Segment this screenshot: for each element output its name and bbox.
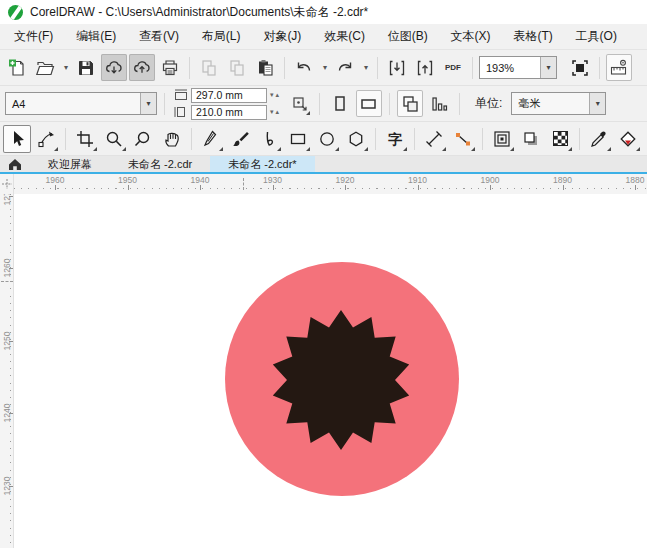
- publish-pdf-button[interactable]: PDF: [440, 54, 466, 81]
- ruler-tick: [490, 185, 491, 190]
- zoom-level-combobox[interactable]: 193% ▾: [479, 56, 557, 79]
- landscape-button[interactable]: [356, 90, 382, 117]
- separator: [389, 93, 390, 115]
- drawing-canvas[interactable]: [14, 194, 647, 548]
- interactive-fill-tool[interactable]: [614, 125, 642, 153]
- redo-dropdown-icon[interactable]: ▾: [361, 63, 371, 72]
- menu-item-tools[interactable]: 工具(O): [572, 26, 621, 47]
- save-button[interactable]: [73, 54, 99, 81]
- separator: [599, 57, 600, 79]
- menu-item-table[interactable]: 表格(T): [509, 26, 556, 47]
- drop-shadow-tool[interactable]: [517, 125, 545, 153]
- open-folder-icon: [35, 58, 55, 78]
- menu-item-text[interactable]: 文本(X): [447, 26, 495, 47]
- document-body: 12701260125012401230: [0, 194, 647, 548]
- menu-item-layout[interactable]: 布局(L): [198, 26, 245, 47]
- ruler-label: 1920: [336, 175, 355, 185]
- dimension-tool[interactable]: [420, 125, 448, 153]
- paste-button[interactable]: [252, 54, 278, 81]
- crop-icon: [75, 129, 95, 149]
- import-button[interactable]: [384, 54, 410, 81]
- tab-document-1[interactable]: 未命名 -2.cdr: [110, 156, 210, 172]
- page-width-spinners[interactable]: ▾▴: [270, 91, 281, 99]
- ruler-label: 1910: [408, 175, 427, 185]
- apply-to-all-pages-button[interactable]: [397, 90, 423, 117]
- page-size-combobox[interactable]: A4 ▾: [5, 92, 157, 115]
- crop-tool[interactable]: [71, 125, 99, 153]
- home-tab[interactable]: [0, 156, 30, 172]
- paste-icon: [255, 58, 275, 78]
- cloud-upload-button[interactable]: [129, 54, 155, 81]
- menu-item-bitmaps[interactable]: 位图(B): [384, 26, 432, 47]
- shape-icon: [36, 129, 56, 149]
- menu-item-edit[interactable]: 编辑(E): [72, 26, 120, 47]
- b-spline-tool[interactable]: [255, 125, 283, 153]
- page-height-spinners[interactable]: ▾▴: [270, 108, 281, 116]
- pick-tool[interactable]: [3, 125, 31, 153]
- pan-tool[interactable]: [158, 125, 186, 153]
- vertical-ruler[interactable]: 12701260125012401230: [0, 194, 14, 548]
- connector-tool[interactable]: [449, 125, 477, 153]
- page-height-input[interactable]: 210.0 mm: [191, 105, 267, 120]
- undo-icon: [294, 58, 314, 78]
- contour-tool[interactable]: [488, 125, 516, 153]
- polygon-tool[interactable]: [342, 125, 370, 153]
- document-tab-bar: 欢迎屏幕 未命名 -2.cdr 未命名 -2.cdr*: [0, 156, 647, 174]
- shape-tool[interactable]: [32, 125, 60, 153]
- new-document-icon: [7, 58, 27, 78]
- ruler-tick: [9, 268, 13, 269]
- undo-dropdown-icon[interactable]: ▾: [320, 63, 330, 72]
- redo-button[interactable]: [332, 54, 358, 81]
- page-width-input[interactable]: 297.0 mm: [191, 88, 267, 103]
- rectangle-tool[interactable]: [284, 125, 312, 153]
- transparency-tool[interactable]: [546, 125, 574, 153]
- nudge-offset-button[interactable]: [286, 90, 312, 117]
- ellipse-icon: [317, 129, 337, 149]
- tab-welcome-screen[interactable]: 欢迎屏幕: [30, 156, 110, 172]
- portrait-button[interactable]: [327, 90, 353, 117]
- export-icon: [415, 58, 435, 78]
- redo-icon: [335, 58, 355, 78]
- smart-fill-tool[interactable]: [643, 125, 647, 153]
- chevron-down-icon[interactable]: ▾: [589, 93, 605, 114]
- horizontal-ruler[interactable]: 196019501940193019201910190018901880: [14, 174, 647, 194]
- ruler-label: 1900: [481, 175, 500, 185]
- apply-to-current-page-button[interactable]: [426, 90, 452, 117]
- units-value: 毫米: [512, 96, 589, 111]
- export-button[interactable]: [412, 54, 438, 81]
- pen-icon: [201, 129, 221, 149]
- color-eyedropper-tool[interactable]: [585, 125, 613, 153]
- show-rulers-button[interactable]: [606, 54, 632, 81]
- hand-icon: [162, 129, 182, 149]
- ruler-origin-icon[interactable]: [0, 174, 14, 194]
- menu-item-view[interactable]: 查看(V): [135, 26, 183, 47]
- units-combobox[interactable]: 毫米 ▾: [511, 92, 606, 115]
- zoom-secondary-tool[interactable]: [129, 125, 157, 153]
- ruler-label: 1890: [553, 175, 572, 185]
- menu-bar: 文件(F)编辑(E)查看(V)布局(L)对象(J)效果(C)位图(B)文本(X)…: [0, 24, 647, 50]
- cloud-download-button[interactable]: [101, 54, 127, 81]
- separator: [284, 57, 285, 79]
- zoom-tool[interactable]: [100, 125, 128, 153]
- pen-tool[interactable]: [197, 125, 225, 153]
- coreldraw-window: CorelDRAW - C:\Users\Administrator\Docum…: [0, 0, 647, 548]
- full-screen-preview-button[interactable]: [567, 54, 593, 81]
- open-button[interactable]: [32, 54, 58, 81]
- paintbrush-tool[interactable]: [226, 125, 254, 153]
- print-button[interactable]: [157, 54, 183, 81]
- ellipse-tool[interactable]: [313, 125, 341, 153]
- separator: [191, 128, 192, 150]
- menu-item-effects[interactable]: 效果(C): [320, 26, 369, 47]
- text-tool[interactable]: 字: [381, 125, 409, 153]
- new-document-button[interactable]: [4, 54, 30, 81]
- menu-item-file[interactable]: 文件(F): [10, 26, 57, 47]
- tab-document-2-active[interactable]: 未命名 -2.cdr*: [210, 156, 314, 172]
- undo-button[interactable]: [291, 54, 317, 81]
- ruler-label: 1930: [263, 175, 282, 185]
- chevron-down-icon[interactable]: ▾: [540, 57, 556, 78]
- menu-item-object[interactable]: 对象(J): [259, 26, 305, 47]
- connector-icon: [453, 129, 473, 149]
- chevron-down-icon[interactable]: ▾: [140, 93, 156, 114]
- print-icon: [160, 58, 180, 78]
- open-dropdown-icon[interactable]: ▾: [61, 63, 71, 72]
